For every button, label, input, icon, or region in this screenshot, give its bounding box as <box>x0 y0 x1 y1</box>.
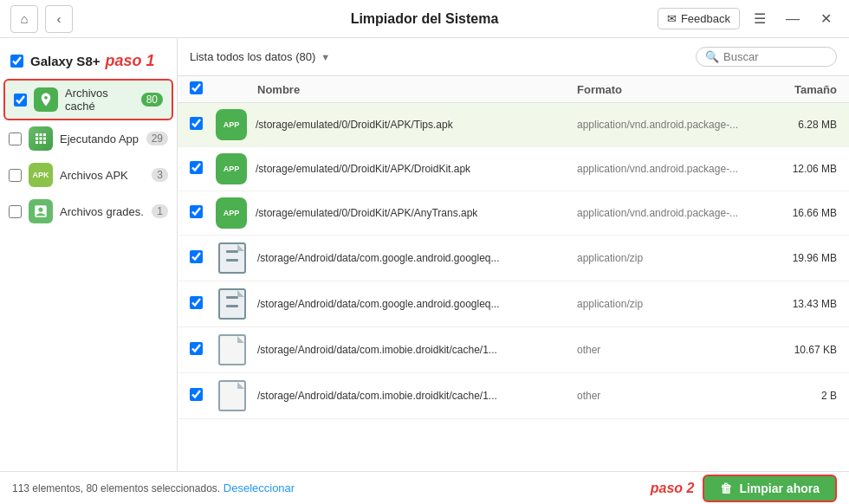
search-input[interactable] <box>723 50 827 63</box>
row-format-1: application/vnd.android.package-... <box>577 163 768 175</box>
grades-checkbox[interactable] <box>9 205 22 218</box>
row-check-0 <box>190 117 216 132</box>
select-all-checkbox[interactable] <box>190 81 203 94</box>
header-format: Formato <box>577 83 768 96</box>
status-text: 113 elementos, 80 elementos seleccionado… <box>12 482 220 494</box>
row-icon-3 <box>216 242 249 275</box>
grades-label: Archivos grades. <box>60 205 152 218</box>
table-row[interactable]: /storage/Android/data/com.google.android… <box>178 281 849 327</box>
row-checkbox-1[interactable] <box>190 161 203 174</box>
row-name-1: /storage/emulated/0/DroidKit/APK/DroidKi… <box>256 163 577 175</box>
minimize-icon: — <box>786 11 800 27</box>
row-check-5 <box>190 342 216 358</box>
row-check-4 <box>190 296 216 312</box>
table-row[interactable]: /storage/Android/data/com.google.android… <box>178 236 849 281</box>
header-size: Tamaño <box>768 83 837 96</box>
row-size-5: 10.67 KB <box>768 344 837 356</box>
row-name-4: /storage/Android/data/com.google.android… <box>257 298 577 310</box>
app-icon <box>29 126 53 151</box>
device-name: Galaxy S8+ <box>30 54 100 68</box>
row-size-3: 19.96 MB <box>768 252 837 264</box>
apk-checkbox[interactable] <box>9 169 22 182</box>
close-icon: ✕ <box>820 10 832 27</box>
row-check-3 <box>190 250 216 266</box>
row-checkbox-0[interactable] <box>190 117 203 130</box>
row-format-3: application/zip <box>577 252 768 264</box>
sidebar-item-cache[interactable]: Archivos caché 80 <box>3 79 173 120</box>
action-area: paso 2 🗑 Limpiar ahora <box>651 475 837 502</box>
feedback-label: Feedback <box>681 12 730 25</box>
titlebar: ⌂ ‹ Limpiador del Sistema ✉ Feedback ☰ —… <box>0 0 849 38</box>
apk-icon: APK <box>29 163 53 187</box>
app-title: Limpiador del Sistema <box>351 11 499 27</box>
back-button[interactable]: ‹ <box>45 5 73 33</box>
row-checkbox-5[interactable] <box>190 342 203 355</box>
table-row[interactable]: /storage/Android/data/com.imobie.droidki… <box>178 373 849 419</box>
row-format-6: other <box>577 390 768 402</box>
deselect-link[interactable]: Deseleccionar <box>224 481 295 494</box>
row-format-0: application/vnd.android.package-... <box>577 119 768 131</box>
titlebar-right: ✉ Feedback ☰ — ✕ <box>658 6 839 32</box>
row-icon-6 <box>216 379 249 412</box>
row-icon-0: APP <box>216 109 247 140</box>
content-panel: Lista todos los datos (80) ▼ 🔍 Nombre Fo… <box>178 38 849 471</box>
row-icon-4 <box>216 288 249 320</box>
sidebar-master-checkbox[interactable] <box>10 55 23 68</box>
main-layout: Galaxy S8+ paso 1 Archivos caché 80 Ejec… <box>0 38 849 471</box>
app-checkbox[interactable] <box>9 132 22 145</box>
table-row[interactable]: APP /storage/emulated/0/DroidKit/APK/Tip… <box>178 103 849 147</box>
row-check-6 <box>190 388 216 404</box>
search-box: 🔍 <box>696 47 837 67</box>
cache-count: 80 <box>141 93 163 107</box>
titlebar-left: ⌂ ‹ <box>10 5 73 33</box>
cache-icon <box>34 87 58 112</box>
table-row[interactable]: /storage/Android/data/com.imobie.droidki… <box>178 327 849 373</box>
minimize-button[interactable]: — <box>780 6 806 32</box>
row-checkbox-6[interactable] <box>190 388 203 401</box>
clean-now-button[interactable]: 🗑 Limpiar ahora <box>703 475 837 502</box>
table-body: APP /storage/emulated/0/DroidKit/APK/Tip… <box>178 103 849 471</box>
chevron-down-icon: ▼ <box>321 52 330 62</box>
grades-icon <box>29 199 53 223</box>
row-name-2: /storage/emulated/0/DroidKit/APK/AnyTran… <box>256 207 577 219</box>
list-selector[interactable]: Lista todos los datos (80) ▼ <box>190 50 330 63</box>
row-format-5: other <box>577 344 768 356</box>
row-size-2: 16.66 MB <box>768 207 837 219</box>
table-header: Nombre Formato Tamaño <box>178 76 849 103</box>
app-count: 29 <box>146 132 168 145</box>
table-row[interactable]: APP /storage/emulated/0/DroidKit/APK/Any… <box>178 191 849 236</box>
header-check-col <box>190 81 216 97</box>
row-name-5: /storage/Android/data/com.imobie.droidki… <box>257 344 577 356</box>
cache-checkbox[interactable] <box>14 94 27 107</box>
app-label: Ejecutando App <box>60 132 146 145</box>
row-format-4: application/zip <box>577 298 768 310</box>
row-check-2 <box>190 205 216 221</box>
menu-button[interactable]: ☰ <box>747 6 773 32</box>
sidebar: Galaxy S8+ paso 1 Archivos caché 80 Ejec… <box>0 38 178 471</box>
statusbar: 113 elementos, 80 elementos seleccionado… <box>0 471 849 504</box>
row-icon-5 <box>216 333 249 366</box>
mail-icon: ✉ <box>667 12 677 25</box>
cache-label: Archivos caché <box>65 87 141 113</box>
home-button[interactable]: ⌂ <box>10 5 38 33</box>
clean-label: Limpiar ahora <box>739 481 820 495</box>
paso1-label: paso 1 <box>105 52 154 70</box>
sidebar-header: Galaxy S8+ paso 1 <box>0 47 177 79</box>
row-size-0: 6.28 MB <box>768 119 837 131</box>
row-checkbox-3[interactable] <box>190 250 203 263</box>
row-name-3: /storage/Android/data/com.google.android… <box>257 252 577 264</box>
row-checkbox-2[interactable] <box>190 205 203 218</box>
sidebar-item-apk[interactable]: APK Archivos APK 3 <box>0 157 177 193</box>
grades-count: 1 <box>152 204 168 218</box>
row-size-4: 13.43 MB <box>768 298 837 310</box>
row-checkbox-4[interactable] <box>190 296 203 309</box>
sidebar-item-grades[interactable]: Archivos grades. 1 <box>0 193 177 229</box>
search-icon: 🔍 <box>705 50 719 63</box>
sidebar-item-app[interactable]: Ejecutando App 29 <box>0 120 177 157</box>
feedback-button[interactable]: ✉ Feedback <box>658 8 740 29</box>
row-name-0: /storage/emulated/0/DroidKit/APK/Tips.ap… <box>256 119 577 131</box>
table-row[interactable]: APP /storage/emulated/0/DroidKit/APK/Dro… <box>178 147 849 191</box>
close-button[interactable]: ✕ <box>813 6 839 32</box>
back-icon: ‹ <box>57 11 62 26</box>
row-icon-1: APP <box>216 153 247 184</box>
